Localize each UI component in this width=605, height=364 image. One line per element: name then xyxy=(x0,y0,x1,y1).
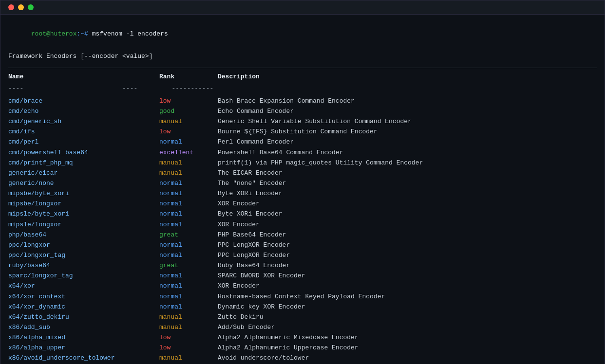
encoder-name: sparc/longxor_tag xyxy=(8,271,159,281)
encoder-rank: manual xyxy=(159,158,218,168)
encoder-rank: low xyxy=(159,96,218,106)
table-row: mipsle/byte_xorinormalByte XORi Encoder xyxy=(8,209,597,219)
encoder-name: x64/xor xyxy=(8,281,159,291)
col-rank-header: Rank xyxy=(159,72,218,82)
col-name-header: Name xyxy=(8,72,159,82)
close-dot xyxy=(8,4,14,10)
table-row: x64/xor_contextnormalHostname-based Cont… xyxy=(8,292,597,302)
encoder-description: PPC LongXOR Encoder xyxy=(218,240,597,250)
encoder-description: PHP Base64 Encoder xyxy=(218,230,597,240)
encoder-description: SPARC DWORD XOR Encoder xyxy=(218,271,597,281)
table-row: cmd/perlnormalPerl Command Encoder xyxy=(8,137,597,147)
encoder-name: generic/eicar xyxy=(8,168,159,178)
prompt-cmd: msfvenom -l encoders xyxy=(92,30,168,37)
encoder-rank: normal xyxy=(159,271,218,281)
prompt-line: root@huterox:~# msfvenom -l encoders xyxy=(8,19,597,49)
encoder-name: mipsbe/byte_xori xyxy=(8,189,159,199)
table-row: x64/xor_dynamicnormalDynamic key XOR Enc… xyxy=(8,302,597,312)
table-row: mipsbe/byte_xorinormalByte XORi Encoder xyxy=(8,189,597,199)
table-row: cmd/ifslowBourne ${IFS} Substitution Com… xyxy=(8,127,597,137)
encoder-description: Byte XORi Encoder xyxy=(218,209,597,219)
table-row: x86/avoid_underscore_tolowermanualAvoid … xyxy=(8,353,597,363)
encoder-description: Alpha2 Alphanumeric Uppercase Encoder xyxy=(218,343,597,353)
encoder-rank: normal xyxy=(159,220,218,230)
encoder-name: generic/none xyxy=(8,179,159,188)
encoder-name: mipsbe/longxor xyxy=(8,199,159,209)
encoder-rank: low xyxy=(159,343,218,353)
encoder-description: Ruby Base64 Encoder xyxy=(218,261,597,271)
encoder-description: Bourne ${IFS} Substitution Command Encod… xyxy=(218,127,597,137)
encoder-rank: manual xyxy=(159,117,218,127)
encoder-rank: normal xyxy=(159,209,218,219)
encoder-description: Powershell Base64 Command Encoder xyxy=(218,148,597,158)
encoder-name: cmd/powershell_base64 xyxy=(8,148,159,158)
encoder-name: x86/avoid_underscore_tolower xyxy=(8,353,159,363)
encoder-rank: normal xyxy=(159,292,218,302)
encoder-name: x86/alpha_upper xyxy=(8,343,159,353)
table-row: cmd/echogoodEcho Command Encoder xyxy=(8,107,597,116)
encoder-rank: manual xyxy=(159,312,218,322)
encoder-description: Dynamic key XOR Encoder xyxy=(218,302,597,312)
encoder-description: The EICAR Encoder xyxy=(218,168,597,178)
encoder-rank: excellent xyxy=(159,148,218,158)
encoder-description: Avoid underscore/tolower xyxy=(218,353,597,363)
encoder-description: XOR Encoder xyxy=(218,220,597,230)
table-row: mipsbe/longxornormalXOR Encoder xyxy=(8,199,597,209)
table-row: generic/eicarmanualThe EICAR Encoder xyxy=(8,168,597,178)
table-row: ruby/base64greatRuby Base64 Encoder xyxy=(8,261,597,271)
prompt-path: ~ xyxy=(80,30,84,37)
encoder-name: cmd/echo xyxy=(8,107,159,116)
encoder-name: php/base64 xyxy=(8,230,159,240)
table-row: cmd/generic_shmanualGeneric Shell Variab… xyxy=(8,117,597,127)
encoder-name: ruby/base64 xyxy=(8,261,159,271)
encoder-description: Generic Shell Variable Substitution Comm… xyxy=(218,117,597,127)
encoder-rank: great xyxy=(159,261,218,271)
encoder-description: Bash Brace Expansion Command Encoder xyxy=(218,96,597,106)
table-header: Name Rank Description xyxy=(8,72,597,82)
encoder-table: cmd/bracelowBash Brace Expansion Command… xyxy=(8,96,597,364)
encoder-name: mipsle/longxor xyxy=(8,220,159,230)
encoder-description: Perl Command Encoder xyxy=(218,137,597,147)
table-row: x64/xornormalXOR Encoder xyxy=(8,281,597,291)
encoder-rank: normal xyxy=(159,189,218,199)
encoder-description: PPC LongXOR Encoder xyxy=(218,251,597,260)
encoder-description: Alpha2 Alphanumeric Mixedcase Encoder xyxy=(218,333,597,343)
encoder-rank: normal xyxy=(159,137,218,147)
table-row: x86/add_submanualAdd/Sub Encoder xyxy=(8,323,597,332)
prompt-user: root@huterox xyxy=(31,30,77,37)
encoder-name: ppc/longxor xyxy=(8,240,159,250)
encoder-description: Echo Command Encoder xyxy=(218,107,597,116)
encoder-name: x64/zutto_dekiru xyxy=(8,312,159,322)
encoder-description: Add/Sub Encoder xyxy=(218,323,597,332)
encoder-rank: great xyxy=(159,230,218,240)
table-row: mipsle/longxornormalXOR Encoder xyxy=(8,220,597,230)
encoder-name: x64/xor_context xyxy=(8,292,159,302)
encoder-name: cmd/brace xyxy=(8,96,159,106)
encoder-name: cmd/perl xyxy=(8,137,159,147)
table-row: x64/zutto_dekirumanualZutto Dekiru xyxy=(8,312,597,322)
prompt-hash: # xyxy=(84,30,92,37)
encoder-name: x64/xor_dynamic xyxy=(8,302,159,312)
terminal-header xyxy=(0,0,605,15)
maximize-dot xyxy=(28,4,34,10)
encoder-description: The "none" Encoder xyxy=(218,179,597,188)
table-row: cmd/powershell_base64excellentPowershell… xyxy=(8,148,597,158)
encoder-name: cmd/ifs xyxy=(8,127,159,137)
encoder-rank: good xyxy=(159,107,218,116)
encoder-description: XOR Encoder xyxy=(218,199,597,209)
table-row: x86/alpha_mixedlowAlpha2 Alphanumeric Mi… xyxy=(8,333,597,343)
encoder-name: cmd/printf_php_mq xyxy=(8,158,159,168)
encoder-description: Hostname-based Context Keyed Payload Enc… xyxy=(218,292,597,302)
table-row: ppc/longxor_tagnormalPPC LongXOR Encoder xyxy=(8,251,597,260)
table-divider: ---- ---- ----------- xyxy=(8,84,597,93)
terminal-content: root@huterox:~# msfvenom -l encoders Fra… xyxy=(0,15,605,364)
encoder-rank: low xyxy=(159,333,218,343)
encoder-rank: low xyxy=(159,127,218,137)
encoder-description: Byte XORi Encoder xyxy=(218,189,597,199)
encoder-name: ppc/longxor_tag xyxy=(8,251,159,260)
encoder-rank: normal xyxy=(159,179,218,188)
encoder-name: x86/alpha_mixed xyxy=(8,333,159,343)
table-row: generic/nonenormalThe "none" Encoder xyxy=(8,179,597,188)
table-row: x86/alpha_upperlowAlpha2 Alphanumeric Up… xyxy=(8,343,597,353)
encoder-rank: manual xyxy=(159,168,218,178)
